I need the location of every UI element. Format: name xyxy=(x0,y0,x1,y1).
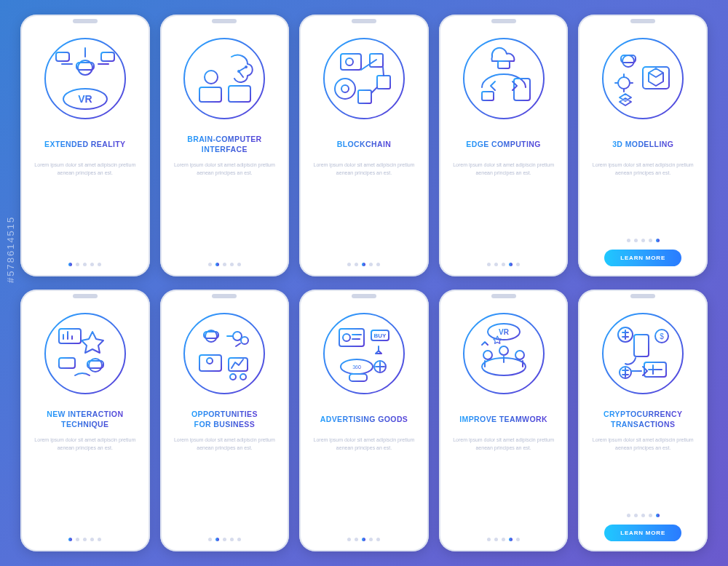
page-dot[interactable] xyxy=(76,538,79,541)
card-body: Lorem ipsum dolor sit amet adipiscin pre… xyxy=(28,437,143,532)
page-dot[interactable] xyxy=(376,538,380,541)
page-dot[interactable] xyxy=(369,263,373,266)
page-dot[interactable] xyxy=(237,538,241,541)
page-dot[interactable] xyxy=(516,263,520,266)
page-dot[interactable] xyxy=(649,514,652,517)
phone-notch xyxy=(352,294,376,298)
page-dot[interactable] xyxy=(347,263,351,266)
page-dot[interactable] xyxy=(369,538,373,541)
svg-point-61 xyxy=(603,314,683,394)
svg-point-38 xyxy=(233,332,242,340)
crypto-icon: $ xyxy=(599,310,687,397)
card-body: Lorem ipsum dolor sit amet adipiscin pre… xyxy=(306,437,422,532)
page-dot[interactable] xyxy=(237,263,241,266)
page-dot[interactable] xyxy=(90,538,94,541)
page-dot[interactable] xyxy=(656,514,660,517)
page-dot[interactable] xyxy=(656,239,660,242)
svg-point-58 xyxy=(483,351,492,359)
card-body: Lorem ipsum dolor sit amet adipiscin pre… xyxy=(446,162,561,257)
learn-more-button[interactable]: LEARN MORE xyxy=(604,525,681,541)
svg-point-60 xyxy=(515,351,524,359)
svg-point-19 xyxy=(335,79,355,99)
page-dot[interactable] xyxy=(208,538,212,541)
page-dots xyxy=(208,538,241,541)
svg-point-20 xyxy=(341,85,349,92)
page-dot[interactable] xyxy=(208,263,212,266)
ads-icon: BUY 360 xyxy=(320,310,408,397)
card-title: OPPORTUNITIES FOR BUSINESS xyxy=(189,409,261,429)
phone-notch xyxy=(491,294,516,298)
page-dot[interactable] xyxy=(641,239,645,242)
svg-rect-5 xyxy=(56,52,69,61)
blockchain-icon xyxy=(320,35,408,122)
page-dot[interactable] xyxy=(230,538,234,541)
svg-point-29 xyxy=(618,77,630,89)
page-dot[interactable] xyxy=(634,239,638,242)
page-dot[interactable] xyxy=(230,263,234,266)
page-dot[interactable] xyxy=(376,263,380,266)
page-dot[interactable] xyxy=(516,538,520,541)
card-title: EXTENDED REALITY xyxy=(41,134,128,154)
page-dot[interactable] xyxy=(223,263,226,266)
vr-icon: VR xyxy=(41,35,129,122)
svg-rect-24 xyxy=(514,79,530,100)
page-dot[interactable] xyxy=(83,263,87,266)
page-dot[interactable] xyxy=(223,538,226,541)
page-dots xyxy=(208,263,241,266)
learn-more-button[interactable]: LEARN MORE xyxy=(604,250,681,266)
card-title: ADVERTISING GOODS xyxy=(317,409,411,429)
onboarding-card: VR IMPROVE TEAMWORKLorem ipsum dolor sit… xyxy=(439,290,569,551)
page-dot[interactable] xyxy=(68,263,72,266)
page-dot[interactable] xyxy=(215,263,219,266)
phone-notch xyxy=(352,19,376,23)
page-dot[interactable] xyxy=(509,263,513,266)
card-body: Lorem ipsum dolor sit amet adipiscin pre… xyxy=(585,162,700,233)
page-dot[interactable] xyxy=(98,263,101,266)
card-body: Lorem ipsum dolor sit amet adipiscin pre… xyxy=(446,437,561,532)
page-dots xyxy=(68,263,101,266)
svg-point-30 xyxy=(45,314,125,394)
page-dot[interactable] xyxy=(649,239,652,242)
stage: #578614515 VR EXTENDED REALITYLorem ipsu… xyxy=(0,0,728,566)
page-dot[interactable] xyxy=(355,538,358,541)
page-dot[interactable] xyxy=(634,514,638,517)
page-dot[interactable] xyxy=(494,263,498,266)
page-dot[interactable] xyxy=(362,263,365,266)
page-dot[interactable] xyxy=(68,538,72,541)
page-dot[interactable] xyxy=(487,538,491,541)
svg-point-54 xyxy=(464,314,544,394)
page-dots xyxy=(627,239,660,242)
onboarding-card: VR EXTENDED REALITYLorem ipsum dolor sit… xyxy=(20,15,150,276)
card-title: IMPROVE TEAMWORK xyxy=(456,409,550,429)
phone-notch xyxy=(212,19,237,23)
phone-notch xyxy=(630,19,655,23)
page-dot[interactable] xyxy=(627,514,630,517)
page-dot[interactable] xyxy=(502,263,505,266)
page-dot[interactable] xyxy=(487,263,491,266)
page-dot[interactable] xyxy=(90,263,94,266)
svg-text:VR: VR xyxy=(78,93,92,105)
page-dot[interactable] xyxy=(83,538,87,541)
svg-text:VR: VR xyxy=(499,328,510,336)
page-dot[interactable] xyxy=(627,239,630,242)
svg-rect-65 xyxy=(634,335,649,356)
page-dot[interactable] xyxy=(98,538,101,541)
svg-point-41 xyxy=(207,358,213,364)
page-dot[interactable] xyxy=(641,514,645,517)
page-dot[interactable] xyxy=(76,263,79,266)
page-dot[interactable] xyxy=(355,263,358,266)
svg-point-59 xyxy=(499,346,508,355)
svg-point-35 xyxy=(184,314,264,394)
page-dot[interactable] xyxy=(502,538,505,541)
page-dot[interactable] xyxy=(494,538,498,541)
page-dot[interactable] xyxy=(347,538,351,541)
page-dot[interactable] xyxy=(509,538,513,541)
team-icon: VR xyxy=(460,310,547,397)
page-dot[interactable] xyxy=(215,538,219,541)
interact-icon xyxy=(41,310,129,397)
onboarding-card: BUY 360 ADVERTISING GOODSLorem ipsum dol… xyxy=(299,290,429,551)
watermark: #578614515 xyxy=(5,216,16,283)
page-dots xyxy=(347,538,380,541)
card-title: NEW INTERACTION TECHNIQUE xyxy=(44,409,126,429)
page-dot[interactable] xyxy=(362,538,365,541)
